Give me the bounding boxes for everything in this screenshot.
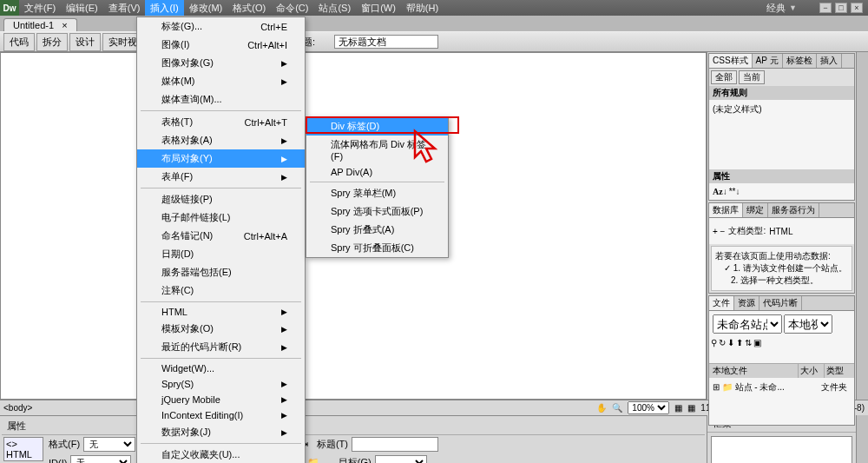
code-view-button[interactable]: 代码	[3, 33, 35, 51]
submenu-item[interactable]: Spry 菜单栏(M)	[306, 184, 448, 202]
menu-file[interactable]: 文件(F)	[19, 0, 61, 16]
zoom-select[interactable]: 100%	[628, 401, 669, 414]
css-current-button[interactable]: 当前	[739, 70, 765, 84]
connect-icon[interactable]: ⚲	[711, 338, 717, 362]
html-mode-button[interactable]: <> HTML	[3, 437, 43, 461]
menu-item[interactable]: 日期(D)	[137, 245, 305, 263]
title-input[interactable]	[334, 35, 438, 49]
menu-item[interactable]: 数据对象(J)▶	[137, 423, 305, 441]
tab-databases[interactable]: 数据库	[709, 203, 743, 217]
tab-tag-inspector[interactable]: 标签检	[783, 54, 817, 68]
menu-modify[interactable]: 修改(M)	[184, 0, 228, 16]
menu-item[interactable]: 媒体查询(M)...	[137, 90, 305, 109]
tree-type: 文件夹	[821, 381, 851, 421]
put-icon[interactable]: ⬆	[736, 338, 743, 362]
minimize-button[interactable]: −	[819, 3, 832, 13]
id-label: ID(I)	[49, 458, 67, 464]
properties-panel: 属性 <> HTML ▦ CSS 格式(F) 无 类 无 B I ≡ ≡ ⇤ ⇥	[0, 415, 707, 463]
menu-item[interactable]: 模板对象(O)▶	[137, 320, 305, 338]
tab-insert[interactable]: 插入	[817, 54, 842, 68]
maximize-button[interactable]: □	[835, 3, 847, 13]
collapse-dock[interactable]	[856, 52, 868, 400]
get-icon[interactable]: ⬇	[727, 338, 734, 362]
workspace-label[interactable]: 经典	[766, 2, 786, 15]
css-all-button[interactable]: 全部	[711, 70, 737, 84]
az-sort-icon[interactable]: Az↓	[713, 187, 727, 196]
tab-server-behaviors[interactable]: 服务器行为	[768, 203, 819, 217]
menu-item[interactable]: InContext Editing(I)▶	[137, 407, 305, 423]
submenu-item[interactable]: AP Div(A)	[306, 164, 448, 180]
menu-item[interactable]: 超级链接(P)	[137, 190, 305, 208]
tab-ap-elements[interactable]: AP 元	[753, 54, 783, 68]
col-file: 本地文件	[709, 364, 799, 378]
menu-item[interactable]: 表格对象(A)▶	[137, 131, 305, 149]
menu-format[interactable]: 格式(O)	[227, 0, 271, 16]
menu-item[interactable]: 表单(F)▶	[137, 168, 305, 186]
tab-snippets[interactable]: 代码片断	[760, 296, 802, 310]
menu-view[interactable]: 查看(V)	[103, 0, 146, 16]
id-select[interactable]: 无	[70, 455, 131, 463]
site-select[interactable]: 未命名站点 8	[713, 314, 782, 334]
menu-item[interactable]: 自定义收藏夹(U)...	[137, 446, 305, 463]
dyn-step2: 2. 选择一种文档类型。	[731, 275, 819, 285]
doc-tab-name: Untitled-1	[13, 20, 54, 30]
tab-css-styles[interactable]: CSS样式	[709, 54, 753, 68]
expand-icon[interactable]: ▣	[753, 338, 761, 362]
refresh-icon[interactable]: ↻	[719, 338, 726, 362]
menu-item[interactable]: 图像(I)Ctrl+Alt+I	[137, 36, 305, 54]
tab-assets[interactable]: 资源	[734, 296, 760, 310]
all-rules-header: 所有规则	[709, 86, 854, 100]
add-db-icon[interactable]: + −	[713, 227, 725, 236]
hand-tool-icon[interactable]: ✋	[596, 403, 607, 413]
tag-selector[interactable]: <body>	[3, 403, 32, 413]
menu-item[interactable]: 表格(T)Ctrl+Alt+T	[137, 113, 305, 131]
format-select[interactable]: 无	[83, 437, 135, 452]
menu-commands[interactable]: 命令(C)	[271, 0, 313, 16]
tab-bindings[interactable]: 绑定	[743, 203, 768, 217]
submenu-item[interactable]: Spry 折叠式(A)	[306, 221, 448, 239]
menu-item[interactable]: 图像对象(G)▶	[137, 54, 305, 72]
menu-item[interactable]: 最近的代码片断(R)▶	[137, 338, 305, 356]
prop-title-input[interactable]	[352, 437, 438, 452]
menu-site[interactable]: 站点(S)	[313, 0, 356, 16]
menu-item[interactable]: jQuery Mobile▶	[137, 392, 305, 407]
css-panel: CSS样式 AP 元 标签检 插入 全部 当前 所有规则 (未定义样式) 属性 …	[708, 53, 855, 201]
menu-item[interactable]: 服务器端包括(E)	[137, 263, 305, 281]
zoom-tool-icon[interactable]: 🔍	[612, 403, 622, 413]
menu-item[interactable]: HTML▶	[137, 304, 305, 320]
target-select[interactable]	[375, 455, 427, 463]
split-view-button[interactable]: 拆分	[36, 33, 68, 51]
properties-header: 属性	[2, 418, 705, 435]
collapse-dock-2[interactable]	[856, 415, 868, 463]
tree-site[interactable]: 站点 - 未命...	[735, 382, 785, 392]
design-view-button[interactable]: 设计	[69, 33, 101, 51]
submenu-item[interactable]: Spry 选项卡式面板(P)	[306, 202, 448, 221]
workspace-dropdown-icon[interactable]: ▼	[789, 3, 797, 12]
doc-tab[interactable]: Untitled-1 ×	[3, 18, 77, 31]
link-folder-icon[interactable]: 📁	[307, 457, 319, 463]
cat-sort-icon[interactable]: **↓	[729, 187, 740, 196]
tab-files[interactable]: 文件	[709, 296, 734, 310]
menu-item[interactable]: 标签(G)...Ctrl+E	[137, 17, 305, 36]
close-button[interactable]: ×	[851, 3, 863, 13]
menu-window[interactable]: 窗口(W)	[356, 0, 401, 16]
menu-item[interactable]: 电子邮件链接(L)	[137, 208, 305, 227]
menu-item[interactable]: 注释(C)	[137, 281, 305, 300]
menu-help[interactable]: 帮助(H)	[401, 0, 444, 16]
menu-item[interactable]: Spry(S)▶	[137, 376, 305, 392]
menu-insert[interactable]: 插入(I)	[145, 0, 183, 16]
submenu-item[interactable]: 流体网格布局 Div 标签(F)	[306, 136, 448, 164]
layout-submenu: Div 标签(D)流体网格布局 Div 标签(F)AP Div(A)Spry 菜…	[306, 116, 449, 258]
submenu-item[interactable]: Spry 可折叠面板(C)	[306, 239, 448, 257]
menu-item[interactable]: Widget(W)...	[137, 360, 305, 376]
doc-tab-close-icon[interactable]: ×	[62, 20, 67, 30]
menu-item[interactable]: 媒体(M)▶	[137, 72, 305, 90]
menubar: Dw 文件(F) 编辑(E) 查看(V) 插入(I) 修改(M) 格式(O) 命…	[0, 0, 868, 16]
sync-icon[interactable]: ⇅	[745, 338, 752, 362]
submenu-item[interactable]: Div 标签(D)	[306, 117, 448, 136]
menu-item[interactable]: 命名锚记(N)Ctrl+Alt+A	[137, 227, 305, 245]
files-panel: 文件 资源 代码片断 未命名站点 8 本地视图 ⚲ ↻ ⬇ ⬆ ⇅ ▣ 本地文件…	[708, 295, 855, 426]
menu-item[interactable]: 布局对象(Y)▶	[137, 149, 305, 168]
menu-edit[interactable]: 编辑(E)	[61, 0, 103, 16]
view-select[interactable]: 本地视图	[784, 314, 832, 334]
